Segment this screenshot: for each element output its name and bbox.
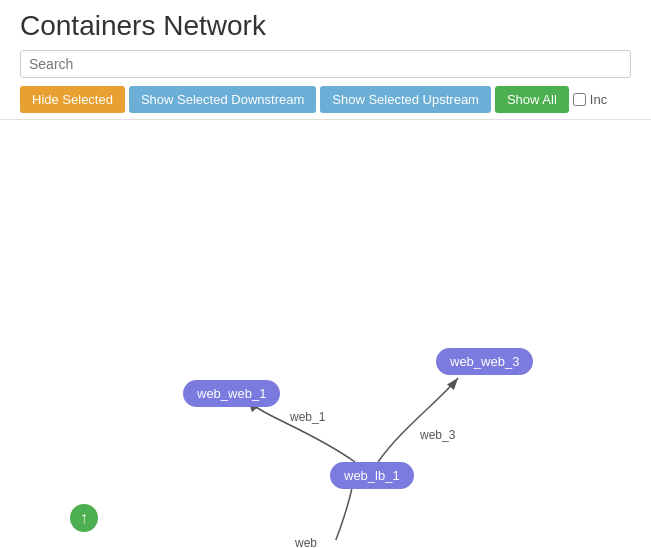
show-upstream-button[interactable]: Show Selected Upstream <box>320 86 491 113</box>
include-label: Inc <box>590 92 607 107</box>
node-web-web-1[interactable]: web_web_1 <box>183 380 280 407</box>
node-web-lb-1[interactable]: web_lb_1 <box>330 462 414 489</box>
arrows-svg <box>0 120 651 540</box>
show-downstream-button[interactable]: Show Selected Downstream <box>129 86 316 113</box>
edge-label-web: web <box>295 536 317 548</box>
search-input[interactable] <box>20 50 631 78</box>
scroll-up-button[interactable]: ↑ <box>70 504 98 532</box>
edge-label-web1: web_1 <box>290 410 325 424</box>
show-all-button[interactable]: Show All <box>495 86 569 113</box>
include-checkbox[interactable] <box>573 93 586 106</box>
node-web-web-3[interactable]: web_web_3 <box>436 348 533 375</box>
page-title: Containers Network <box>20 10 631 42</box>
edge-label-web3: web_3 <box>420 428 455 442</box>
graph-area: web_web_1 web_web_3 web_lb_1 web_web_2 h… <box>0 120 651 540</box>
hide-selected-button[interactable]: Hide Selected <box>20 86 125 113</box>
